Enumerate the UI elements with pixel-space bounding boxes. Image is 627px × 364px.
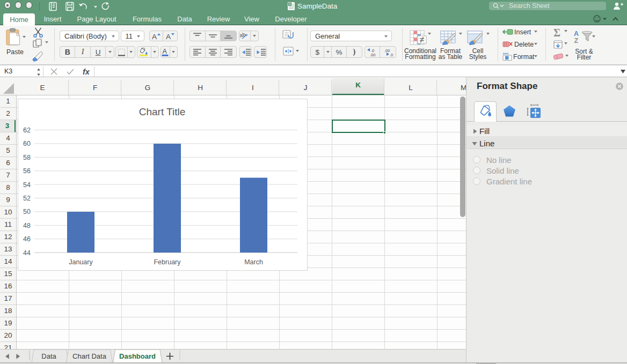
svg-text:fx: fx: [83, 68, 90, 76]
svg-text:.0: .0: [390, 53, 393, 57]
svg-text:54: 54: [23, 181, 31, 189]
svg-text:56: 56: [23, 167, 31, 175]
svg-text:Data: Data: [41, 352, 56, 360]
svg-text:.00: .00: [370, 53, 375, 57]
svg-text:X: X: [289, 3, 291, 6]
svg-text:January: January: [69, 258, 93, 266]
svg-text:March: March: [244, 258, 263, 266]
svg-text:48: 48: [23, 222, 31, 229]
svg-text:Chart Data: Chart Data: [72, 352, 107, 360]
svg-text:Dashboard: Dashboard: [119, 352, 156, 360]
svg-text:Chart Title: Chart Title: [139, 106, 186, 117]
svg-text:62: 62: [23, 127, 31, 134]
svg-text:.00: .00: [384, 48, 390, 53]
svg-text:A: A: [152, 33, 157, 40]
svg-text:44: 44: [23, 249, 31, 257]
svg-text:A: A: [166, 33, 171, 40]
svg-text:February: February: [154, 258, 181, 266]
svg-text:60: 60: [23, 140, 31, 147]
svg-text:A: A: [163, 48, 167, 55]
svg-text:46: 46: [23, 235, 31, 243]
svg-text:50: 50: [23, 208, 31, 216]
svg-text:52: 52: [23, 195, 31, 202]
svg-text:A: A: [574, 30, 579, 38]
svg-text:58: 58: [23, 154, 31, 161]
svg-text:Z: Z: [574, 37, 579, 44]
